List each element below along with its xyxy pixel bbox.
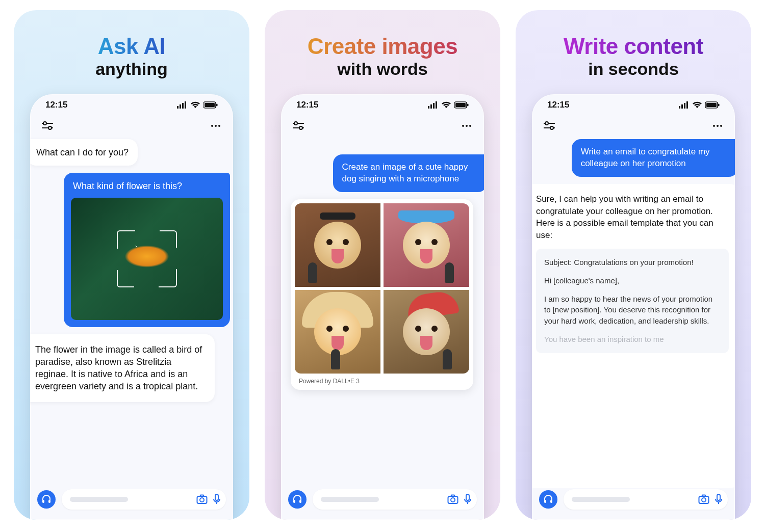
svg-rect-35 [299, 500, 301, 503]
input-bar [281, 488, 484, 520]
generated-image[interactable] [384, 290, 469, 374]
svg-rect-25 [455, 103, 466, 107]
svg-rect-58 [717, 494, 720, 500]
email-body: I am so happy to hear the news of your p… [544, 294, 721, 327]
svg-point-10 [48, 126, 52, 129]
svg-rect-40 [679, 106, 680, 109]
svg-rect-45 [706, 103, 717, 107]
headset-icon [543, 494, 553, 504]
input-placeholder [572, 497, 630, 502]
svg-rect-43 [686, 101, 688, 109]
input-placeholder [70, 497, 128, 502]
svg-point-48 [545, 122, 548, 125]
svg-point-32 [466, 125, 468, 127]
battery-icon [454, 101, 469, 109]
message-input[interactable] [62, 489, 226, 510]
wifi-icon [190, 101, 200, 109]
hero-title: Ask AI [95, 34, 168, 59]
input-placeholder [321, 497, 379, 502]
email-template: Subject: Congratulations on your promoti… [536, 249, 729, 353]
voice-assistant-button[interactable] [288, 490, 307, 509]
svg-point-37 [451, 498, 455, 502]
svg-rect-46 [718, 104, 720, 107]
svg-rect-6 [216, 104, 218, 107]
camera-icon[interactable] [698, 494, 709, 504]
promo-panel-write-content: Write content in seconds 12:15 Write an … [516, 10, 751, 520]
voice-assistant-button[interactable] [539, 490, 557, 509]
status-icons [679, 101, 720, 109]
voice-assistant-button[interactable] [37, 490, 56, 509]
generated-image[interactable] [295, 290, 380, 374]
more-options-icon[interactable] [210, 120, 222, 132]
cellular-icon [177, 101, 187, 109]
nav-bar [281, 116, 484, 136]
hero: Ask AI anything [95, 34, 168, 79]
microphone-icon[interactable] [464, 494, 472, 505]
image-grid [295, 203, 469, 374]
svg-rect-55 [550, 500, 552, 503]
headset-icon [292, 494, 302, 504]
svg-rect-5 [205, 103, 215, 107]
assistant-message: What can I do for you? [30, 139, 138, 166]
status-bar: 12:15 [532, 94, 735, 116]
user-message: Create an image of a cute happy dog sing… [333, 154, 484, 192]
status-icons [177, 101, 218, 109]
hero: Write content in seconds [564, 34, 703, 79]
microphone-icon[interactable] [213, 494, 221, 505]
settings-sliders-icon[interactable] [41, 120, 54, 132]
generated-image[interactable] [384, 203, 469, 287]
hero-title: Create images [308, 34, 457, 59]
svg-rect-2 [182, 103, 184, 109]
email-subject: Subject: Congratulations on your promoti… [544, 257, 721, 268]
svg-point-17 [200, 498, 204, 502]
status-time: 12:15 [547, 100, 569, 110]
svg-rect-42 [684, 103, 685, 109]
phone-mockup: 12:15 Write an email to congratulate my … [532, 94, 735, 520]
hero-subtitle: with words [308, 59, 457, 79]
microphone-icon[interactable] [715, 494, 723, 505]
powered-by-label: Powered by DALL•E 3 [295, 374, 469, 387]
message-input[interactable] [564, 489, 728, 510]
camera-icon[interactable] [447, 494, 458, 504]
assistant-intro-text: Sure, I can help you with writing an ema… [536, 193, 729, 242]
chat-area: What can I do for you? What kind of flow… [30, 136, 233, 488]
svg-point-8 [43, 122, 46, 125]
svg-rect-26 [467, 104, 469, 107]
generated-image[interactable] [295, 203, 380, 287]
hero-subtitle: in seconds [564, 59, 703, 79]
hero-subtitle: anything [95, 59, 168, 79]
status-time: 12:15 [296, 100, 318, 110]
settings-sliders-icon[interactable] [292, 120, 304, 132]
battery-icon [705, 101, 720, 109]
more-options-icon[interactable] [711, 120, 724, 132]
svg-point-53 [720, 125, 722, 127]
wifi-icon [692, 101, 702, 109]
user-message-text: What kind of flower is this? [71, 180, 223, 192]
svg-rect-14 [42, 500, 44, 503]
svg-rect-23 [436, 101, 437, 109]
svg-rect-3 [185, 101, 186, 109]
settings-sliders-icon[interactable] [543, 120, 555, 132]
svg-rect-34 [293, 500, 295, 503]
generated-images-card: Powered by DALL•E 3 [291, 199, 473, 390]
cellular-icon [428, 101, 438, 109]
svg-point-11 [211, 125, 213, 127]
phone-mockup: 12:15 Create an image of a cute happy do… [281, 94, 484, 520]
svg-point-52 [717, 125, 719, 127]
camera-icon[interactable] [196, 494, 208, 504]
svg-rect-20 [428, 106, 429, 109]
svg-rect-0 [177, 106, 178, 109]
status-time: 12:15 [45, 100, 67, 110]
svg-rect-21 [430, 104, 432, 109]
svg-rect-41 [681, 104, 683, 109]
svg-point-12 [215, 125, 217, 127]
attached-image-flower[interactable] [71, 198, 223, 320]
assistant-message: The flower in the image is called a bird… [30, 334, 215, 402]
promo-panel-create-images: Create images with words 12:15 Create an… [265, 10, 500, 520]
status-icons [428, 101, 469, 109]
more-options-icon[interactable] [461, 120, 473, 132]
message-input[interactable] [313, 489, 477, 510]
cellular-icon [679, 101, 689, 109]
svg-rect-22 [433, 103, 435, 109]
chat-area: Create an image of a cute happy dog sing… [281, 136, 484, 488]
